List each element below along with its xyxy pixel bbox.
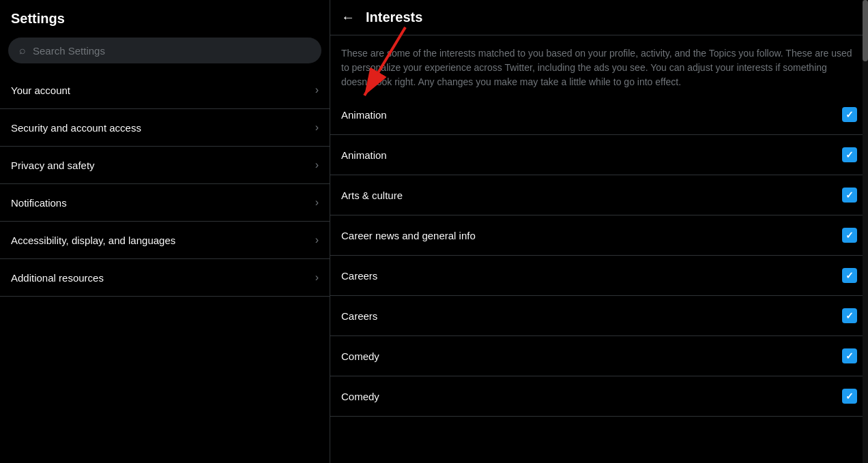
interest-checkbox-2[interactable] xyxy=(842,188,857,203)
search-placeholder: Search Settings xyxy=(33,45,105,57)
list-item[interactable]: Careers xyxy=(330,256,868,296)
interest-checkbox-6[interactable] xyxy=(842,348,857,363)
interest-checkbox-3[interactable] xyxy=(842,228,857,243)
list-item[interactable]: Arts & culture xyxy=(330,175,868,215)
list-item[interactable]: Comedy xyxy=(330,336,868,376)
interest-checkbox-1[interactable] xyxy=(842,147,857,162)
search-bar[interactable]: ⌕ Search Settings xyxy=(8,38,321,63)
settings-title: Settings xyxy=(0,0,330,32)
chevron-right-icon: › xyxy=(315,159,319,171)
chevron-right-icon: › xyxy=(315,234,319,246)
chevron-right-icon: › xyxy=(315,196,319,209)
interests-description: These are some of the interests matched … xyxy=(330,35,868,95)
main-content: ← Interests These are some of the intere… xyxy=(330,0,868,463)
interest-checkbox-0[interactable] xyxy=(842,107,857,122)
scrollbar-thumb[interactable] xyxy=(863,0,868,61)
page-header: ← Interests xyxy=(330,0,868,35)
back-button[interactable]: ← xyxy=(341,10,355,25)
scrollbar-track[interactable] xyxy=(863,0,868,463)
sidebar-item-additional[interactable]: Additional resources › xyxy=(0,259,330,297)
sidebar-item-your-account[interactable]: Your account › xyxy=(0,72,330,109)
list-item[interactable]: Career news and general info xyxy=(330,215,868,256)
interest-checkbox-7[interactable] xyxy=(842,389,857,404)
sidebar-item-notifications[interactable]: Notifications › xyxy=(0,184,330,222)
sidebar-item-privacy[interactable]: Privacy and safety › xyxy=(0,147,330,184)
chevron-right-icon: › xyxy=(315,271,319,284)
left-sidebar: Settings ⌕ Search Settings Your account … xyxy=(0,0,330,463)
chevron-right-icon: › xyxy=(315,84,319,96)
list-item[interactable]: Animation xyxy=(330,95,868,135)
interest-checkbox-4[interactable] xyxy=(842,268,857,283)
list-item[interactable]: Careers xyxy=(330,296,868,336)
list-item[interactable]: Comedy xyxy=(330,376,868,417)
list-item[interactable]: Animation xyxy=(330,135,868,175)
chevron-right-icon: › xyxy=(315,121,319,134)
sidebar-item-security[interactable]: Security and account access › xyxy=(0,109,330,147)
sidebar-item-accessibility[interactable]: Accessibility, display, and languages › xyxy=(0,222,330,259)
page-title: Interests xyxy=(366,10,422,25)
search-icon: ⌕ xyxy=(19,44,26,57)
interest-checkbox-5[interactable] xyxy=(842,308,857,323)
